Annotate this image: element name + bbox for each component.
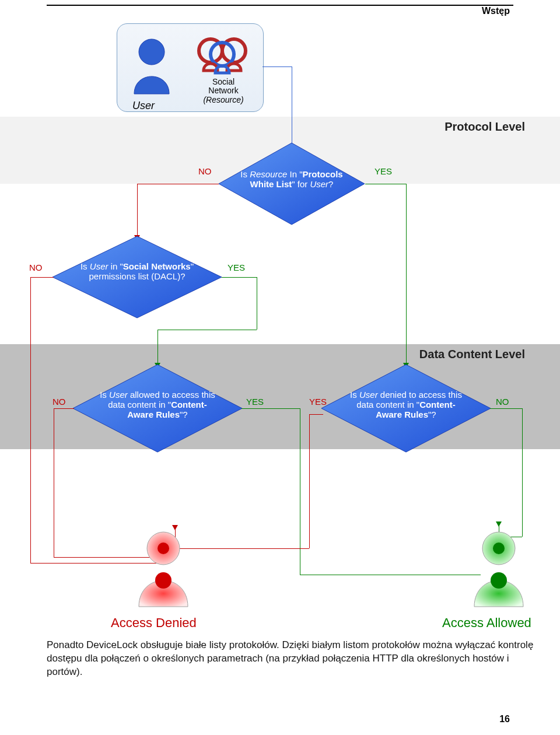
edge-d3-no-label: NO	[52, 397, 66, 407]
edge-d3yes-h	[242, 408, 300, 409]
edge-d4-no-label: NO	[496, 397, 509, 407]
header-rule	[47, 5, 513, 6]
edge-d4no-v	[522, 408, 523, 537]
edge-d2yes-h2	[158, 330, 257, 330]
access-allowed-label: Access Allowed	[442, 615, 531, 631]
edge-d3-yes-label: YES	[246, 397, 264, 407]
decision-d2	[50, 233, 225, 321]
start-resource-line2: Network	[208, 86, 238, 95]
edge-d3yes-h2	[300, 575, 481, 575]
start-user-label: User	[132, 100, 155, 112]
decision-d4	[318, 362, 494, 455]
edge-d1no-v	[137, 184, 138, 236]
access-allowed-icon	[458, 525, 540, 612]
svg-point-10	[155, 572, 172, 589]
edge-start-d1-h	[262, 66, 292, 67]
access-denied-label: Access Denied	[111, 615, 197, 631]
edge-d1-yes-label: YES	[374, 166, 392, 176]
edge-d2-yes-label: YES	[228, 262, 245, 272]
svg-marker-5	[52, 236, 222, 318]
page: Wstęp 16 Protocol Level Data Content Lev…	[0, 0, 560, 735]
edge-d1-no-label: NO	[198, 166, 212, 176]
data-content-title: Data Content Level	[419, 348, 525, 361]
edge-d4no-h	[490, 408, 522, 409]
access-denied-icon	[123, 525, 204, 612]
edge-start-d1	[292, 66, 292, 148]
svg-marker-7	[321, 365, 491, 452]
edge-d3no-v	[54, 408, 54, 557]
edge-d2no-h	[30, 277, 54, 278]
edge-d4yes-v	[309, 414, 310, 548]
edge-d1yes-v	[406, 184, 407, 365]
edge-d2yes-h	[222, 277, 257, 278]
user-icon	[125, 36, 178, 100]
edge-d4yes-h	[309, 414, 323, 415]
edge-d1no-h	[137, 184, 219, 184]
svg-marker-4	[219, 143, 365, 225]
body-paragraph: Ponadto DeviceLock obsługuje białe listy…	[47, 639, 539, 679]
edge-d3no-h	[54, 408, 74, 409]
svg-marker-6	[73, 365, 242, 452]
page-number: 16	[499, 714, 510, 724]
protocol-level-title: Protocol Level	[444, 120, 525, 134]
social-network-icon	[193, 34, 251, 75]
svg-point-0	[139, 39, 164, 65]
start-box: User Social Network (Resource)	[117, 23, 264, 112]
start-resource-line1: Social	[212, 77, 235, 86]
start-resource-line3: (Resource)	[203, 95, 243, 104]
svg-point-9	[158, 542, 169, 554]
svg-point-13	[491, 572, 507, 589]
decision-d1	[216, 140, 368, 228]
edge-d2yes-v	[158, 330, 158, 365]
edge-d2-no-label: NO	[29, 262, 43, 272]
edge-d1yes-h	[365, 184, 406, 184]
edge-d3yes-v	[300, 408, 300, 575]
edge-d4-yes-label: YES	[309, 397, 327, 407]
header-section-name: Wstęp	[482, 6, 510, 16]
decision-d3	[70, 362, 245, 455]
edge-d2no-v	[30, 277, 31, 563]
edge-d2yes-v0	[257, 277, 257, 330]
svg-point-12	[493, 542, 505, 554]
